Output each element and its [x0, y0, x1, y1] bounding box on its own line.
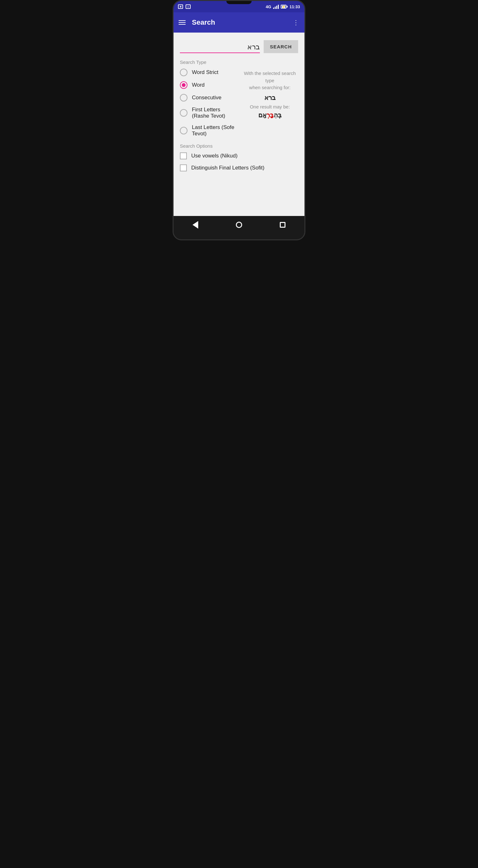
radio-options-area: Word Strict Word Consecutive First Lette… — [180, 69, 298, 137]
info-description: With the selected search typewhen search… — [242, 70, 298, 91]
info-result-label: One result may be: — [242, 104, 298, 110]
checkbox-label-distinguish-final: Distinguish Final Letters (Sofit) — [191, 165, 264, 171]
menu-icon-line1 — [179, 20, 186, 21]
back-icon — [193, 221, 198, 228]
app-bar: Search ⋮ — [173, 12, 305, 33]
result-prefix: בְּהִ — [274, 112, 282, 119]
radio-label-first-letters: First Letters (Rashe Tevot) — [192, 106, 236, 119]
bottom-nav — [173, 216, 305, 234]
search-button[interactable]: SEARCH — [264, 40, 298, 53]
home-icon — [236, 222, 242, 228]
checkbox-box-distinguish-final — [180, 164, 187, 172]
signal-strength-icon — [273, 4, 279, 9]
radio-first-letters[interactable]: First Letters (Rashe Tevot) — [180, 106, 236, 119]
checkbox-label-use-vowels: Use vowels (Nikud) — [191, 153, 237, 159]
more-options-button[interactable]: ⋮ — [293, 19, 299, 26]
radio-label-consecutive: Consecutive — [192, 95, 222, 101]
radio-circle-first-letters — [180, 109, 188, 117]
radio-circle-word-strict — [180, 69, 188, 76]
status-bar-right-icons: 4G ⚡ 11:33 — [265, 4, 300, 9]
device-frame: ▣ A 4G ⚡ 11:33 — [172, 0, 306, 240]
radio-circle-consecutive — [180, 94, 188, 101]
network-type-label: 4G — [265, 4, 271, 9]
radio-label-last-letters: Last Letters (Sofe Tevot) — [192, 124, 236, 137]
notch — [226, 1, 252, 4]
status-bar-left-icons: ▣ A — [178, 4, 191, 9]
info-panel: With the selected search typewhen search… — [242, 69, 298, 137]
checkbox-use-vowels[interactable]: Use vowels (Nikud) — [180, 152, 298, 159]
menu-icon-line2 — [179, 22, 186, 23]
search-input[interactable] — [180, 42, 260, 53]
search-options-label: Search Options — [180, 143, 298, 149]
radio-list: Word Strict Word Consecutive First Lette… — [180, 69, 236, 137]
recent-apps-button[interactable] — [278, 220, 288, 230]
battery-icon: ⚡ — [281, 5, 288, 8]
radio-inner-word — [182, 83, 186, 87]
result-highlight: בָּרְ — [266, 112, 274, 119]
home-nav-button[interactable] — [234, 220, 244, 230]
radio-consecutive[interactable]: Consecutive — [180, 94, 236, 101]
checkbox-list: Use vowels (Nikud) Distinguish Final Let… — [180, 152, 298, 172]
radio-label-word-strict: Word Strict — [192, 69, 218, 75]
radio-circle-last-letters — [180, 127, 188, 134]
checkbox-distinguish-final[interactable]: Distinguish Final Letters (Sofit) — [180, 164, 298, 172]
clock-label: 11:33 — [290, 4, 300, 9]
radio-last-letters[interactable]: Last Letters (Sofe Tevot) — [180, 124, 236, 137]
sim-icon: ▣ — [178, 4, 183, 9]
radio-label-word: Word — [192, 82, 204, 88]
checkbox-box-use-vowels — [180, 152, 187, 159]
radio-word[interactable]: Word — [180, 81, 236, 89]
info-hebrew-result: בְּהִבָּרְאָם — [242, 111, 298, 119]
menu-icon-line3 — [179, 24, 186, 25]
sim2-icon: A — [186, 4, 191, 9]
info-hebrew-query: ברא — [242, 94, 298, 101]
main-content: SEARCH Search Type Word Strict Word — [173, 33, 305, 216]
radio-circle-word — [180, 81, 188, 89]
menu-button[interactable] — [179, 20, 186, 25]
search-row: SEARCH — [180, 40, 298, 53]
page-title: Search — [192, 18, 293, 27]
recent-apps-icon — [280, 222, 285, 228]
radio-word-strict[interactable]: Word Strict — [180, 69, 236, 76]
result-suffix: אָם — [258, 112, 266, 119]
search-input-container — [180, 42, 260, 53]
back-nav-button[interactable] — [190, 220, 200, 230]
search-type-label: Search Type — [180, 59, 298, 65]
